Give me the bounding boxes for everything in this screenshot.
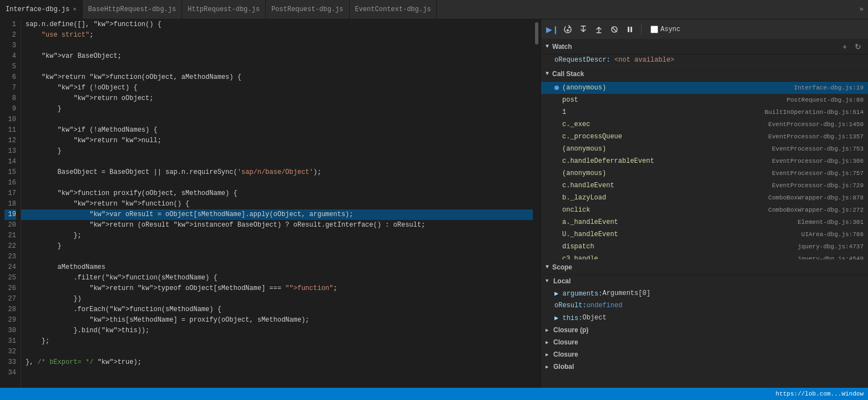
- line-number-16: 16: [4, 178, 16, 188]
- async-checkbox[interactable]: [650, 26, 658, 33]
- scope-section-1[interactable]: ▶Closure (p): [541, 324, 868, 336]
- watch-refresh-button[interactable]: ↻: [852, 41, 864, 52]
- line-number-21: 21: [4, 231, 16, 241]
- code-line-13: }: [21, 146, 533, 157]
- code-line-15: BaseObject = BaseObject || sap.n.require…: [21, 167, 533, 178]
- code-line-11: "kw">if (!aMethodNames) {: [21, 125, 533, 136]
- tab-basehttprequest-dbg-js[interactable]: BaseHttpRequest-dbg.js: [83, 0, 182, 19]
- line-number-32: 32: [4, 347, 16, 357]
- call-stack-item-6[interactable]: c.handleDeferrableEventEventProcessor-db…: [541, 155, 868, 167]
- status-bar-right-text: https://lob.com...Window: [776, 391, 864, 397]
- tab-postrequest-dbg-js[interactable]: PostRequest-dbg.js: [266, 0, 350, 19]
- scope-item-0-1[interactable]: oResult: undefined: [541, 299, 868, 312]
- scope-header[interactable]: ▼ Scope: [541, 259, 868, 275]
- scope-section-0[interactable]: ▼Local: [541, 275, 868, 287]
- step-into-button[interactable]: [577, 23, 590, 36]
- scope-key: ▶ this:: [554, 314, 582, 322]
- scope-item-0-0[interactable]: ▶ arguments: Arguments[0]: [541, 287, 868, 299]
- tab-close-icon[interactable]: ×: [73, 6, 77, 13]
- code-line-22: }: [21, 241, 533, 252]
- scope-item-0-2[interactable]: ▶ this: Object: [541, 312, 868, 324]
- scope-section-arrow: ▶: [546, 352, 551, 358]
- code-line-5: [21, 62, 533, 72]
- code-content[interactable]: sap.n.define([], "kw">function() { "use …: [21, 19, 533, 388]
- call-stack-item-7[interactable]: (anonymous)EventProcessor-dbg.js:757: [541, 167, 868, 179]
- call-stack-item-11[interactable]: a._handleEventElement-dbg.js:301: [541, 216, 868, 228]
- call-stack-fn-name: (anonymous): [562, 84, 794, 92]
- call-stack-fn-name: c._exec: [562, 121, 768, 128]
- call-stack-item-1[interactable]: postPostRequest-dbg.js:80: [541, 94, 868, 106]
- scope-value: Object: [582, 314, 606, 322]
- call-stack-title: Call Stack: [552, 70, 864, 78]
- call-stack-item-13[interactable]: dispatchjquery-dbg.js:4737: [541, 241, 868, 253]
- call-stack-file-ref: EventProcessor-dbg.js:1357: [768, 133, 864, 140]
- call-stack-item-5[interactable]: (anonymous)EventProcessor-dbg.js:753: [541, 143, 868, 155]
- scope-key: oResult:: [554, 302, 587, 309]
- toolbar-separator: [641, 24, 642, 35]
- call-stack-item-8[interactable]: c.handleEventEventProcessor-dbg.js:729: [541, 179, 868, 192]
- async-text: Async: [660, 26, 680, 33]
- code-line-2: "use strict";: [21, 30, 533, 41]
- scope-section-arrow: ▼: [546, 278, 551, 284]
- code-line-21: };: [21, 231, 533, 241]
- call-stack-item-2[interactable]: 1BuiltInOperation-dbg.js:614: [541, 106, 868, 118]
- line-number-23: 23: [4, 252, 16, 262]
- scope-section-arrow: ▶: [546, 327, 551, 333]
- call-stack-item-0[interactable]: (anonymous)Interface-dbg.js:19: [541, 82, 868, 94]
- step-out-button[interactable]: [592, 23, 605, 36]
- call-stack-file-ref: EventProcessor-dbg.js:306: [772, 158, 864, 164]
- resume-button[interactable]: ▶❙: [546, 23, 559, 36]
- line-number-7: 7: [4, 83, 16, 93]
- scope-arrow: ▼: [546, 264, 549, 270]
- tab-interface-dbg-js[interactable]: Interface-dbg.js×: [0, 0, 83, 19]
- code-line-31: };: [21, 336, 533, 347]
- code-line-10: [21, 114, 533, 125]
- line-number-12: 12: [4, 136, 16, 146]
- scope-section-2[interactable]: ▶Closure: [541, 336, 868, 348]
- code-line-20: "kw">return (oResult "kw">instanceof Bas…: [21, 220, 533, 231]
- code-line-19: "kw">var oResult = oObject[sMethodName].…: [21, 209, 533, 220]
- tab-bar: Interface-dbg.js×BaseHttpRequest-dbg.jsH…: [0, 0, 868, 19]
- watch-section-header[interactable]: ▼ Watch + ↻: [541, 39, 868, 54]
- code-line-16: [21, 178, 533, 188]
- scope-value: undefined: [587, 302, 623, 309]
- watch-add-button[interactable]: +: [839, 41, 850, 52]
- line-number-17: 17: [4, 188, 16, 199]
- call-stack-item-9[interactable]: b._lazyLoadComboBoxWrapper-dbg.js:878: [541, 192, 868, 204]
- status-bar: https://lob.com...Window: [0, 388, 868, 400]
- pause-button[interactable]: [623, 23, 637, 36]
- code-line-29: "kw">this[sMethodName] = proxify(oObject…: [21, 315, 533, 326]
- code-line-3: [21, 41, 533, 51]
- deactivate-button[interactable]: [608, 23, 621, 36]
- call-stack-item-12[interactable]: U._handleEventUIArea-dbg.js:786: [541, 228, 868, 241]
- tab-httprequest-dbg-js[interactable]: HttpRequest-dbg.js: [182, 0, 266, 19]
- code-line-7: "kw">if (!oObject) {: [21, 83, 533, 93]
- scope-section-4[interactable]: ▶Global: [541, 361, 868, 373]
- line-number-31: 31: [4, 336, 16, 347]
- scope-key: ▶ arguments:: [554, 289, 602, 298]
- call-stack-header[interactable]: ▼ Call Stack: [541, 66, 868, 82]
- scope-section-name: Closure (p): [553, 326, 588, 334]
- call-stack-item-3[interactable]: c._execEventProcessor-dbg.js:1450: [541, 118, 868, 131]
- scope-value: Arguments[0]: [602, 289, 650, 297]
- call-stack-fn-name: 1: [562, 108, 765, 116]
- line-number-34: 34: [4, 368, 16, 378]
- tab-overflow-button[interactable]: »: [855, 0, 868, 19]
- call-stack-item-4[interactable]: c._processQueueEventProcessor-dbg.js:135…: [541, 131, 868, 143]
- call-stack-file-ref: ComboBoxWrapper-dbg.js:878: [768, 194, 864, 201]
- tab-eventcontext-dbg-js[interactable]: EventContext-dbg.js: [350, 0, 437, 19]
- scope-section-3[interactable]: ▶Closure: [541, 348, 868, 361]
- scroll-indicator: [533, 19, 541, 388]
- call-stack-file-ref: ComboBoxWrapper-dbg.js:272: [768, 207, 864, 213]
- code-line-8: "kw">return oObject;: [21, 93, 533, 104]
- code-line-32: [21, 347, 533, 357]
- call-stack-item-14[interactable]: c3.handlejquery-dbg.js:4549: [541, 253, 868, 259]
- line-number-18: 18: [4, 199, 16, 209]
- call-stack-file-ref: Interface-dbg.js:19: [794, 84, 864, 91]
- step-over-button[interactable]: [561, 23, 574, 36]
- line-number-4: 4: [4, 51, 16, 62]
- call-stack-item-10[interactable]: onclickComboBoxWrapper-dbg.js:272: [541, 204, 868, 216]
- line-numbers: 1234567891011121314151617181920212223242…: [0, 19, 21, 388]
- code-line-1: sap.n.define([], "kw">function() {: [21, 19, 533, 30]
- call-stack-file-ref: jquery-dbg.js:4549: [798, 256, 864, 259]
